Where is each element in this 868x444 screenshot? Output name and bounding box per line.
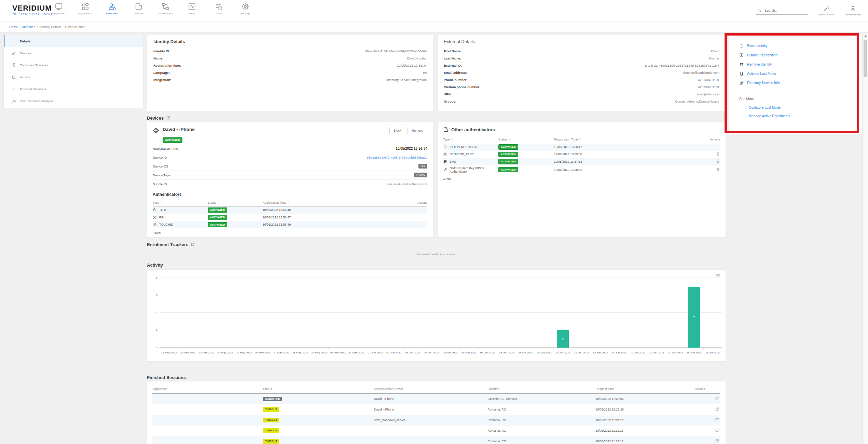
device-detail-label: Device OS [153,164,168,168]
chart-bar-slot [385,278,403,348]
open-session-button[interactable] [715,439,719,444]
column-header-application[interactable]: Application [152,385,263,394]
column-header-authentication-device[interactable]: Authentication Device [374,385,488,394]
sidebar-item-enrolment-trackers[interactable]: Enrolment Trackers [4,59,143,71]
other-authenticators-table: Type Status Registration Time Actions IN… [443,136,720,174]
trash-icon [716,159,720,163]
open-session-icon [715,407,719,411]
main-nav: Dashboard Applications Identities Device… [50,2,254,15]
chart-bar-slot [460,278,479,348]
user-menu[interactable]: David Kuchar [845,5,861,16]
device-status-badge: ACTIVATED [163,137,182,143]
nav-item-orchestrator[interactable]: Orchestrator [156,2,174,15]
session-row: CANCELEDDavid - iPhoneCzechia, CZ, Blans… [152,394,720,404]
column-header-status[interactable]: Status [498,136,554,143]
external-details-title: External Details [444,39,719,44]
session-status-badge: CANCELED [263,397,282,402]
nav-item-dashboard[interactable]: Dashboard [50,2,68,15]
sidebar-item-activity[interactable]: Activity [4,71,143,83]
block-device-button[interactable]: Block [389,127,405,134]
nav-label: Audit [216,12,222,15]
nav-item-identities[interactable]: Identities [103,2,121,15]
chart-bar-slot [497,278,516,348]
field-value: +420733451101 [696,78,719,82]
authenticator-row: TOUCHIDACTIVATED10/05/2022 13:56:49 [153,221,427,229]
authenticator-row: INDEPENDENT PINACTIVATED10/05/2022 13:56… [443,143,720,151]
user-icon [850,5,856,12]
sidebar-item-details[interactable]: Details [4,35,143,47]
sidebar-item-label: Finished Sessions [20,87,46,91]
breadcrumb-separator: / [37,25,38,29]
open-session-button[interactable] [715,418,719,423]
external-details-card: External Details First Name:David Last N… [437,34,726,111]
chart-x-label: 21 May 2022 [160,351,178,354]
configure-lost-mode-link[interactable]: Configure Lost Mode [749,106,862,109]
block-identity-action[interactable]: Block Identity [739,41,862,51]
field-value: Directory Service Integration [386,78,427,82]
manage-active-enrollments-link[interactable]: Manage Active Enrollments [749,114,862,118]
trash-icon [716,152,720,156]
column-header-status[interactable]: Status [208,200,263,206]
chart-bar-slot [703,278,722,348]
status-badge: ACTIVATED [208,222,228,228]
action-label: Directory Service Info [747,81,780,85]
vertical-scrollbar[interactable] [863,33,868,444]
sidebar-item-finished-sessions[interactable]: Finished Sessions [4,83,143,95]
field-label: Custom phone number: [444,85,480,89]
people-icon [739,81,744,85]
quick-actions-button[interactable]: Quick Actions [818,5,835,16]
sort-icon [579,138,581,141]
breadcrumb-home[interactable]: Home [9,25,18,29]
column-header-registration-time[interactable]: Registration Time [554,136,676,143]
nav-label: Dashboard [52,12,65,15]
activity-bar[interactable]: 2 [557,330,568,348]
trash-icon [716,167,720,171]
nav-item-devices[interactable]: Devices [130,2,148,15]
column-header-location[interactable]: Location [487,385,595,394]
identity-actions-panel: Block Identity Disable Recognition Remov… [729,33,862,134]
open-session-button[interactable] [715,396,719,402]
scrollbar-up-arrow[interactable] [864,35,867,37]
sidebar-item-devices[interactable]: Devices [4,47,143,59]
nav-item-applications[interactable]: Applications [77,2,94,15]
column-header-type[interactable]: Type [443,136,498,143]
column-header-request-time[interactable]: Request Time [595,385,695,394]
activity-bar[interactable]: 7 [688,287,700,348]
breadcrumb-current-user: David Kuchar [65,25,85,29]
nav-item-audit[interactable]: Audit [210,2,228,15]
column-header-registration-time[interactable]: Registration Time [263,200,384,206]
chart-bar-slot [272,278,291,348]
disable-recognition-action[interactable]: Disable Recognition [739,51,862,60]
remove-identity-action[interactable]: Remove Identity [739,60,862,69]
pin-icon [153,215,157,219]
nav-item-tools[interactable]: Tools [183,2,201,15]
column-header-type[interactable]: Type [153,200,208,206]
directory-service-info-action[interactable]: Directory Service Info [739,78,862,88]
column-header-status[interactable]: Status [263,385,374,394]
bar-value-label: 2 [562,337,564,341]
device-registration-time: 10/05/2022 13:56:34 [396,147,427,150]
activate-lost-mode-action[interactable]: Activate Lost Mode [739,69,862,78]
breadcrumb-identities[interactable]: Identities [22,25,35,29]
sort-icon [451,138,453,141]
delete-authenticator-button[interactable] [716,152,720,157]
field-row: Phone number:+420733451101 [444,78,719,85]
nav-label: Applications [78,12,93,15]
open-devices-icon[interactable] [166,116,170,120]
remove-device-button[interactable]: Remove [408,127,427,134]
delete-authenticator-button[interactable] [716,159,720,164]
field-value: en [423,71,427,75]
sidebar-item-user-behavior-analysis[interactable]: User Behavior Analysis [4,95,143,107]
delete-authenticator-button[interactable] [716,167,720,172]
identities-icon [108,2,116,11]
authenticators-title: Authenticators [153,192,427,197]
search-input[interactable] [765,9,807,12]
scrollbar-thumb[interactable] [864,40,867,77]
open-session-button[interactable] [715,428,719,433]
nav-item-settings[interactable]: Settings [236,2,254,15]
open-enrolment-trackers-icon[interactable] [191,242,195,246]
device-id-link[interactable]: 91e4a58a-b672-4c88-9fd3-cceb9899ba1a [367,156,427,159]
chart-x-label: 17 Jun 2022 [666,351,685,354]
open-session-button[interactable] [715,407,719,412]
authenticators-table: Type Status Registration Time Actions TO… [153,200,427,229]
